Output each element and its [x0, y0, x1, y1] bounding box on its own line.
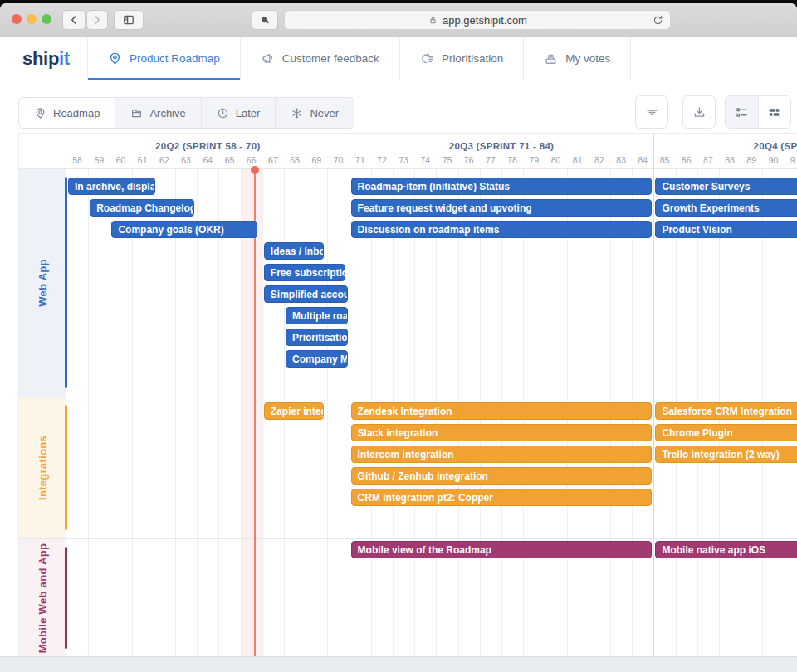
lane-web-app-sidebar: Web App [19, 168, 66, 397]
sprint-tick: 88 [719, 155, 741, 165]
roadmap-bar-simplified-accou[interactable]: Simplified accou [264, 285, 348, 303]
evernote-extension-button[interactable] [252, 10, 278, 30]
roadmap-bar-mobile-view-of-the-roadmap[interactable]: Mobile view of the Roadmap [351, 541, 653, 558]
sprint-tick: 75 [436, 155, 457, 165]
elephant-icon [259, 14, 271, 27]
roadmap-bar-roadmap-item-initiative-status[interactable]: Roadmap-item (initiative) Status [351, 178, 653, 195]
sprint-tick: 91 [785, 155, 797, 165]
zoom-window-button[interactable] [42, 14, 51, 24]
list-view-button[interactable] [726, 96, 759, 128]
horizontal-scrollbar-track[interactable] [0, 656, 797, 672]
sidebar-toggle-button[interactable] [114, 10, 144, 30]
roadmap-bar-product-vision[interactable]: Product Vision [655, 221, 797, 238]
sprint-tick: 69 [306, 155, 327, 165]
shipit-logo[interactable]: shipit [22, 37, 70, 80]
roadmap-bar-crm-integration-pt2-copper[interactable]: CRM Integration pt2: Copper [351, 489, 653, 506]
filter-archive[interactable]: Archive [115, 98, 201, 128]
roadmap-bar-slack-integration[interactable]: Slack integration [351, 424, 653, 441]
roadmap-bar-trello-integration-2-way[interactable]: Trello integration (2 way) [655, 446, 797, 463]
lane-separator [19, 397, 797, 397]
roadmap-bar-zapier-integ[interactable]: Zapier integ [264, 402, 324, 420]
reload-icon[interactable] [652, 14, 664, 27]
roadmap-bar-prioritisatio[interactable]: Prioritisatio [286, 329, 348, 346]
sprint-tick: 83 [610, 155, 632, 165]
roadmap-gantt-chart: 20Q2 (SPRINT 58 - 70)5859606162636465666… [18, 133, 797, 656]
sprint-tick: 78 [501, 155, 523, 165]
roadmap-bar-ideas-inbo[interactable]: Ideas / Inbo [264, 242, 324, 260]
filter-icon [645, 105, 659, 119]
grid-column-line [241, 168, 242, 656]
sprint-tick: 74 [414, 155, 436, 165]
board-icon [767, 105, 781, 119]
roadmap-bar-free-subscription[interactable]: Free subscription [264, 264, 345, 281]
sprint-tick: 71 [350, 155, 371, 165]
current-sprint-dot [251, 166, 259, 174]
roadmap-bar-in-archive-displa[interactable]: In archive, displa [68, 178, 155, 195]
roadmap-bar-feature-request-widget-and-upvoting[interactable]: Feature request widget and upvoting [351, 199, 653, 217]
roadmap-bar-growth-experiments[interactable]: Growth Experiments [655, 199, 797, 217]
roadmap-bar-company-m[interactable]: Company M [286, 350, 348, 368]
roadmap-bar-roadmap-changelog[interactable]: Roadmap Changelog [90, 199, 194, 217]
logo-text-it: it [59, 48, 70, 70]
grid-column-line [262, 168, 263, 656]
sprint-tick: 66 [241, 155, 262, 165]
roadmap-bar-intercom-integration[interactable]: Intercom integration [351, 446, 653, 463]
roadmap-bar-discussion-on-roadmap-items[interactable]: Discussion on roadmap items [351, 221, 653, 238]
view-toggle [725, 95, 791, 129]
current-sprint-highlight [241, 168, 262, 656]
lane-accent-line [65, 405, 67, 530]
close-window-button[interactable] [12, 14, 22, 24]
filter-button[interactable] [635, 95, 668, 129]
sprint-tick: 61 [132, 155, 154, 165]
roadmap-bar-chrome-plugin[interactable]: Chrome Plugin [655, 424, 797, 441]
lane-label: Integrations [37, 436, 49, 500]
roadmap-bar-zendesk-integration[interactable]: Zendesk Integration [351, 402, 653, 420]
tab-customer-feedback[interactable]: Customer feedback [241, 37, 400, 80]
nav-tabs: Product RoadmapCustomer feedbackPrioriti… [87, 37, 631, 80]
grid-column-line [327, 168, 328, 656]
prioritise-icon [420, 51, 434, 66]
folder-icon [130, 107, 143, 119]
download-button[interactable] [682, 95, 716, 129]
sprint-tick: 90 [762, 155, 784, 165]
sprint-tick: 72 [371, 155, 393, 165]
sprint-tick: 58 [66, 155, 88, 165]
current-sprint-line [254, 170, 256, 656]
app-nav: shipit Product RoadmapCustomer feedbackP… [0, 37, 797, 81]
tab-prioritisation[interactable]: Prioritisation [400, 37, 524, 80]
roadmap-bar-company-goals-okr[interactable]: Company goals (OKR) [111, 221, 257, 238]
status-filter-group: RoadmapArchiveLaterNever [18, 97, 354, 129]
sprint-tick: 81 [567, 155, 589, 165]
tab-my-votes[interactable]: My votes [524, 37, 631, 80]
forward-button[interactable] [86, 10, 108, 30]
grid-column-line [110, 168, 110, 656]
lane-mobile-web-and-app-sidebar: Mobile Web and App [19, 538, 66, 656]
filter-label: Never [310, 107, 339, 119]
roadmap-bar-multiple-roa[interactable]: Multiple roa [286, 307, 348, 324]
tab-product-roadmap[interactable]: Product Roadmap [87, 37, 241, 80]
logo-text-ship: ship [22, 48, 59, 70]
sprint-tick: 59 [88, 155, 110, 165]
filter-roadmap[interactable]: Roadmap [19, 98, 115, 128]
address-bar[interactable]: app.getshipit.com [284, 10, 671, 30]
browser-chrome: app.getshipit.com [0, 3, 797, 37]
grid-column-line [197, 168, 198, 656]
sprint-tick: 86 [676, 155, 697, 165]
board-view-button[interactable] [759, 96, 791, 128]
filter-label: Archive [149, 107, 185, 119]
roadmap-bar-mobile-native-app-ios[interactable]: Mobile native app iOS [655, 541, 797, 558]
minimize-window-button[interactable] [27, 14, 37, 24]
roadmap-bar-salesforce-crm-integration[interactable]: Salesforce CRM Integration [655, 402, 797, 420]
clock-icon [217, 107, 229, 119]
browser-window: app.getshipit.com shipit Product Roadmap… [0, 3, 797, 672]
grid-column-line [218, 168, 219, 656]
filter-later[interactable]: Later [202, 98, 276, 128]
back-button[interactable] [62, 10, 86, 30]
sprint-tick: 67 [262, 155, 284, 165]
sprint-tick: 77 [480, 155, 501, 165]
sprint-tick: 85 [653, 155, 675, 165]
sprint-tick: 79 [523, 155, 545, 165]
roadmap-bar-customer-surveys[interactable]: Customer Surveys [655, 178, 797, 195]
roadmap-bar-github-zenhub-integration[interactable]: Github / Zenhub integration [351, 467, 653, 485]
filter-never[interactable]: Never [276, 98, 354, 128]
